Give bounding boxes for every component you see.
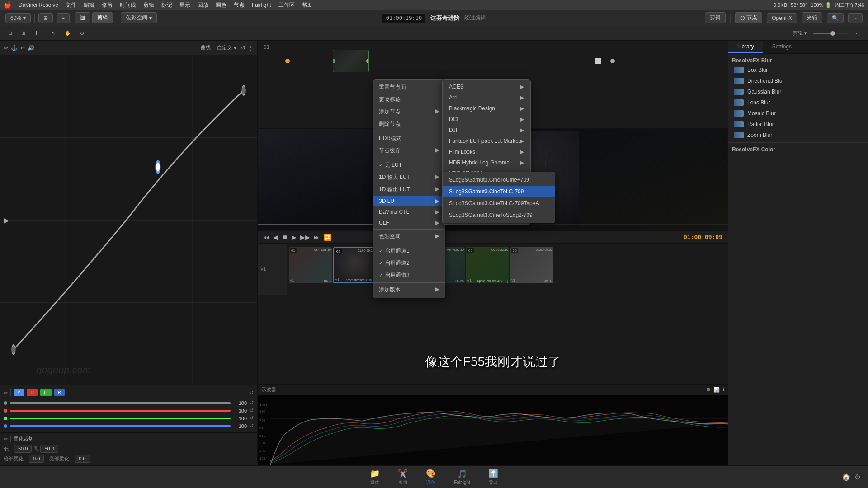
- play-btn[interactable]: ▶: [292, 234, 297, 241]
- softclip-edit-icon[interactable]: ✏: [4, 436, 8, 442]
- menu-node[interactable]: 节点: [234, 1, 245, 9]
- home-icon[interactable]: 🏠: [842, 473, 851, 481]
- search-btn[interactable]: 🔍: [827, 13, 844, 23]
- y-reset-icon[interactable]: ↺: [250, 400, 254, 406]
- loop-btn[interactable]: 🔁: [324, 234, 331, 241]
- timeline-panel-btn[interactable]: 剪辑: [92, 12, 113, 23]
- pointer-tool[interactable]: ↖: [49, 29, 58, 37]
- sony-slog3-cine709[interactable]: SLog3SGamut3.CineToCine+709: [443, 174, 555, 186]
- ctx-add-version[interactable]: 添加版本▶: [373, 284, 445, 296]
- submenu-film-looks[interactable]: Film Looks▶: [443, 146, 530, 157]
- menu-color[interactable]: 调色: [216, 1, 226, 9]
- hand-tool[interactable]: ✋: [62, 29, 74, 37]
- pen-icon[interactable]: ✏: [4, 45, 8, 51]
- target-tool[interactable]: ⊕: [77, 29, 87, 37]
- ctx-delete-node[interactable]: 删除节点: [373, 118, 445, 130]
- submenu-aces[interactable]: ACES▶: [443, 81, 530, 92]
- shadow-input[interactable]: 0.0: [29, 455, 44, 463]
- panel-timeline-icon[interactable]: ≡: [57, 13, 70, 23]
- low-input[interactable]: 50.0: [14, 445, 32, 453]
- viewer-overlay-btn[interactable]: ✛: [32, 29, 41, 37]
- submenu-dci[interactable]: DCI▶: [443, 114, 530, 125]
- g-slider-track[interactable]: [10, 418, 231, 419]
- b-channel-btn[interactable]: B: [54, 389, 65, 396]
- menu-playback[interactable]: 回放: [198, 1, 208, 9]
- step-back-btn[interactable]: ◀: [273, 234, 278, 241]
- nav-media[interactable]: 📁 媒体: [370, 469, 380, 486]
- cut-mode-btn[interactable]: 剪辑: [705, 12, 726, 23]
- ctx-1d-output-lut[interactable]: 1D 输出 LUT▶: [373, 183, 445, 196]
- ctx-no-lut[interactable]: ✓无 LUT: [373, 159, 445, 171]
- curves-more-icon[interactable]: ⋮: [248, 45, 254, 51]
- menu-trim[interactable]: 修剪: [102, 1, 113, 9]
- sony-slog3-lc709typea[interactable]: SLog3SGamut3.CineToLC-709TypeA: [443, 197, 555, 209]
- menu-mark[interactable]: 标记: [161, 1, 172, 9]
- ctx-node-cache[interactable]: 节点缓存▶: [373, 145, 445, 157]
- radial-blur-item[interactable]: Radial Blur: [728, 119, 868, 130]
- r-reset-icon[interactable]: ↺: [250, 408, 254, 413]
- skip-to-start-btn[interactable]: ⏮: [263, 234, 269, 241]
- menu-clip[interactable]: 剪辑: [143, 1, 154, 9]
- main-timecode[interactable]: 01:00:29:10: [382, 13, 426, 23]
- y-slider-track[interactable]: [10, 402, 231, 404]
- b-reset-icon[interactable]: ↺: [250, 423, 254, 429]
- b-slider-track[interactable]: [10, 425, 231, 427]
- step-forward-btn[interactable]: ▶▶: [300, 234, 310, 241]
- ctx-enable-ch3[interactable]: ✓启用通道3: [373, 269, 445, 282]
- r-slider-track[interactable]: [10, 410, 231, 412]
- more-options-btn[interactable]: ···: [848, 13, 863, 23]
- gaussian-blur-item[interactable]: Gaussian Blur: [728, 86, 868, 97]
- edit-mode-btn[interactable]: 剪辑 ▾: [790, 29, 810, 38]
- ctx-enable-ch1[interactable]: ✓启用通道1: [373, 245, 445, 257]
- lightbox-btn[interactable]: 光箱: [802, 12, 822, 23]
- openfx-btn[interactable]: OpenFX: [767, 13, 797, 23]
- scope-settings-icon[interactable]: ⚙: [706, 387, 711, 393]
- undo-icon[interactable]: ↩: [20, 45, 25, 51]
- skip-to-end-btn[interactable]: ⏭: [314, 234, 320, 241]
- scope-graph-icon[interactable]: 📊: [713, 387, 720, 393]
- nav-fairlight[interactable]: 🎵 Fairlight: [454, 469, 470, 485]
- g-reset-icon[interactable]: ↺: [250, 415, 254, 421]
- box-blur-item[interactable]: Box Blur: [728, 65, 868, 75]
- ctx-clf[interactable]: CLF▶: [373, 217, 445, 228]
- speaker-icon[interactable]: 🔊: [28, 45, 34, 51]
- settings-tab[interactable]: Settings: [763, 41, 801, 53]
- mode-dropdown-icon[interactable]: ▾: [234, 45, 236, 51]
- nodes-btn[interactable]: ⬡ 节点: [735, 12, 762, 23]
- sony-slog3-slog2[interactable]: SLog3SGamut3.CineToSLog2-709: [443, 209, 555, 221]
- zoom-control[interactable]: 60% ▾: [5, 13, 31, 23]
- menu-edit[interactable]: 编辑: [84, 1, 94, 9]
- highlight-input[interactable]: 0.0: [75, 455, 90, 463]
- more-viewer-options[interactable]: ···: [853, 30, 863, 37]
- submenu-dji[interactable]: DJI▶: [443, 125, 530, 136]
- ctx-1d-input-lut[interactable]: 1D 输入 LUT▶: [373, 171, 445, 183]
- stop-btn[interactable]: ⏹: [282, 234, 288, 241]
- submenu-blackmagic[interactable]: Blackmagic Design▶: [443, 103, 530, 114]
- ctx-change-label[interactable]: 更改标签: [373, 94, 445, 106]
- menu-fairlight[interactable]: Fairlight: [252, 2, 271, 8]
- edit-icon[interactable]: ✏: [4, 390, 8, 396]
- node-main-box[interactable]: [333, 50, 369, 72]
- nav-export[interactable]: ⬆️ 导出: [488, 469, 498, 486]
- color-space-dropdown[interactable]: 色彩空间 ▾: [121, 12, 157, 23]
- menu-file[interactable]: 文件: [66, 1, 76, 9]
- nav-color[interactable]: 🎨 调色: [426, 469, 436, 486]
- library-tab[interactable]: Library: [728, 41, 763, 53]
- viewer-icons-btn[interactable]: ⊟: [5, 29, 15, 37]
- ctx-3d-lut[interactable]: 3D LUT▶: [373, 196, 445, 206]
- mosaic-blur-item[interactable]: Mosaic Blur: [728, 108, 868, 119]
- menu-view[interactable]: 显示: [179, 1, 190, 9]
- nav-cut[interactable]: ✂️ 剪切: [398, 469, 408, 486]
- panel-grid-icon[interactable]: ⊞: [38, 13, 53, 23]
- y-channel-btn[interactable]: Y: [14, 389, 24, 396]
- settings-icon[interactable]: ⚙: [854, 473, 861, 481]
- submenu-arri[interactable]: Arri▶: [443, 92, 530, 103]
- menu-help[interactable]: 帮助: [302, 1, 313, 9]
- lens-blur-item[interactable]: Lens Blur: [728, 97, 868, 108]
- reset-channel-icon[interactable]: ↺: [250, 390, 254, 396]
- ctx-davinci-ctl[interactable]: DaVinci CTL▶: [373, 206, 445, 217]
- high-input[interactable]: 50.0: [40, 445, 58, 453]
- ctx-hdr-mode[interactable]: HDR模式: [373, 132, 445, 145]
- apple-menu[interactable]: 🍎: [4, 1, 11, 9]
- anchor-icon[interactable]: ⚓: [11, 45, 18, 51]
